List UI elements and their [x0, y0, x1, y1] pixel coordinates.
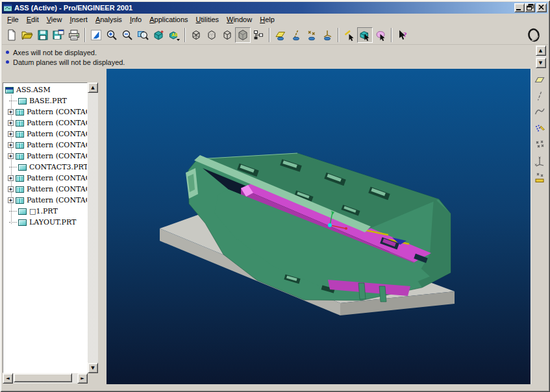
tree-item-label: Pattern (CONTACT4.PR	[27, 185, 88, 193]
offset-point-tool-button[interactable]	[532, 137, 547, 153]
open-button[interactable]	[19, 27, 35, 43]
save-as-button[interactable]	[51, 27, 66, 43]
part-icon	[18, 208, 27, 215]
filter-geometry-button[interactable]	[357, 27, 373, 43]
filter-smart-button[interactable]	[373, 27, 388, 43]
repaint-icon	[90, 29, 103, 42]
print-button[interactable]	[66, 27, 82, 43]
tree-item[interactable]: +Pattern (CONTACT2.PR	[3, 140, 87, 151]
datum-axis-display-button[interactable]	[288, 27, 304, 43]
context-help-button[interactable]: ?	[395, 27, 410, 43]
tree-horizontal-scrollbar: ◄ ►	[3, 373, 88, 384]
tree-item[interactable]: +Pattern (CONTACT.PRT	[3, 106, 87, 117]
pattern-icon	[16, 197, 24, 204]
menu-utilities[interactable]: Utilities	[192, 14, 223, 25]
tree-item-label: Pattern (CONTACT4.PR	[27, 196, 88, 204]
sketch-tool-button[interactable]	[532, 169, 547, 185]
datum-curve-tool-button[interactable]	[532, 104, 547, 120]
scrollbar-corner	[88, 373, 98, 384]
restore-icon	[525, 3, 535, 13]
repaint-button[interactable]	[88, 27, 104, 43]
menu-help[interactable]: Help	[256, 14, 279, 25]
3d-viewport[interactable]	[106, 69, 531, 384]
new-file-button[interactable]	[4, 27, 19, 43]
minimize-button[interactable]	[514, 3, 525, 12]
message-scroll-down-button[interactable]: ▼	[536, 58, 546, 68]
zoom-in-button[interactable]	[104, 27, 119, 43]
zoom-out-button[interactable]	[119, 27, 135, 43]
tree-item[interactable]: +Pattern (CONTACT4.PR	[3, 195, 87, 206]
tree-scroll-down-button[interactable]: ▼	[88, 363, 98, 373]
tree-item[interactable]: CONTACT3.PRT	[3, 162, 87, 173]
tree-item[interactable]: ASS.ASM	[3, 84, 87, 95]
saved-views-button[interactable]: AB	[166, 27, 182, 43]
datum-plane-tool-button[interactable]	[532, 72, 547, 88]
menu-info[interactable]: Info	[126, 14, 145, 25]
tree-vscroll-track[interactable]	[88, 93, 98, 363]
expand-plus-icon[interactable]: +	[8, 186, 14, 192]
menu-file[interactable]: File	[3, 14, 23, 25]
pattern-icon	[16, 142, 24, 149]
tree-item[interactable]: +Pattern (CONTACT2.PR	[3, 129, 87, 140]
menu-window[interactable]: Window	[223, 14, 256, 25]
shaded-icon	[236, 29, 249, 42]
expand-plus-icon[interactable]: +	[8, 120, 14, 126]
expand-plus-icon[interactable]: +	[8, 153, 14, 159]
orient-button[interactable]	[151, 27, 166, 43]
menu-analysis[interactable]: Analysis	[92, 14, 126, 25]
message-scroll-up-button[interactable]: ▲	[536, 45, 546, 56]
expand-plus-icon[interactable]: +	[8, 131, 14, 137]
no-hidden-button[interactable]	[219, 27, 235, 43]
tree-item[interactable]: +Pattern (CONTACT4.PR	[3, 184, 87, 195]
tree-item[interactable]: +Pattern (CONTACT3.PR	[3, 151, 87, 162]
menu-applications[interactable]: Applications	[145, 14, 192, 25]
wireframe-button[interactable]	[188, 27, 204, 43]
tree-item[interactable]: LAYOUT.PRT	[3, 217, 87, 228]
pattern-icon	[16, 175, 24, 182]
new-file-icon	[5, 29, 18, 42]
tree-scroll-right-button[interactable]: ►	[77, 373, 88, 384]
expand-plus-icon[interactable]: +	[8, 109, 14, 115]
datum-point-tool-button[interactable]	[532, 121, 547, 136]
filter-datum-button[interactable]	[342, 27, 357, 43]
tree-item[interactable]: +Pattern (CONTACT3.PR	[3, 173, 87, 184]
toolbar-separator	[269, 28, 270, 42]
expand-plus-icon[interactable]: +	[8, 175, 14, 181]
close-icon	[536, 3, 547, 13]
datum-axis-display-icon	[290, 29, 303, 42]
model-tree-icon	[252, 29, 265, 42]
tree-hscroll-track[interactable]	[13, 373, 77, 384]
menu-edit[interactable]: Edit	[23, 14, 43, 25]
tree-scroll-left-button[interactable]: ◄	[3, 373, 13, 384]
point-display-icon	[305, 29, 318, 42]
close-button[interactable]	[536, 3, 547, 12]
menu-view[interactable]: View	[43, 14, 66, 25]
csys-tool-button[interactable]	[532, 153, 547, 169]
tree-item[interactable]: BASE.PRT	[3, 95, 87, 106]
expand-plus-icon[interactable]: +	[8, 197, 14, 203]
bullet-icon	[6, 60, 9, 64]
shaded-button[interactable]	[235, 27, 251, 43]
tree-scroll-up-button[interactable]: ▲	[88, 82, 98, 93]
hidden-line-button[interactable]	[204, 27, 219, 43]
csys-display-button[interactable]	[319, 27, 335, 43]
toolbar-separator	[338, 28, 339, 42]
restore-button[interactable]	[525, 3, 535, 12]
tree-item[interactable]: □1.PRT	[3, 206, 87, 217]
app-icon	[3, 3, 12, 12]
expand-plus-icon[interactable]: +	[8, 142, 14, 148]
tree-item[interactable]: +Pattern (CONTACT.PRT	[3, 117, 87, 129]
part-icon	[18, 164, 27, 171]
datum-axis-tool-button[interactable]	[532, 88, 547, 104]
refit-button[interactable]	[135, 27, 151, 43]
datum-plane-display-button[interactable]	[273, 27, 288, 43]
point-display-button[interactable]	[304, 27, 319, 43]
assembly-icon	[5, 87, 14, 93]
tree-connector	[9, 211, 17, 212]
model-tree-toggle-button[interactable]	[251, 27, 266, 43]
title-bar: ASS (Active) - Pro/ENGINEER 2001	[2, 2, 548, 14]
svg-text:AB: AB	[172, 32, 179, 36]
tree-hscroll-thumb[interactable]	[14, 373, 72, 382]
menu-insert[interactable]: Insert	[66, 14, 92, 25]
save-button[interactable]	[35, 27, 51, 43]
